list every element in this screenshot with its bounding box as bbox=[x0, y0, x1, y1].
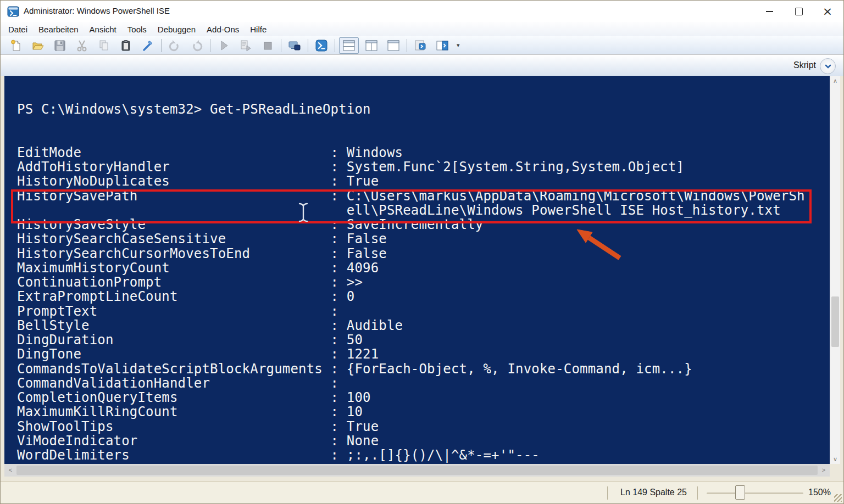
open-button[interactable] bbox=[27, 37, 49, 54]
scroll-up-icon[interactable]: ∧ bbox=[830, 76, 840, 86]
wrench-button[interactable] bbox=[137, 37, 159, 54]
copy-button[interactable] bbox=[93, 37, 115, 54]
layout-script-max-button[interactable] bbox=[382, 37, 404, 54]
toolbar-separator bbox=[281, 39, 281, 52]
vertical-scroll-thumb[interactable] bbox=[831, 296, 839, 347]
scroll-down-icon[interactable]: ∨ bbox=[830, 454, 840, 464]
script-pane-label: Skript bbox=[793, 60, 816, 70]
undo-button[interactable] bbox=[164, 37, 186, 54]
paste-clipboard-icon bbox=[119, 38, 133, 53]
save-button[interactable] bbox=[49, 37, 71, 54]
start-powershell-button[interactable] bbox=[310, 37, 332, 54]
script-pane-header: Skript bbox=[1, 55, 843, 76]
new-remote-powershell-tab-button[interactable] bbox=[284, 37, 306, 54]
toolbar-separator bbox=[308, 39, 308, 52]
show-powershell-pane-icon bbox=[435, 38, 449, 53]
open-folder-icon bbox=[31, 38, 45, 53]
horizontal-scroll-thumb[interactable] bbox=[16, 466, 818, 475]
close-button[interactable]: × bbox=[815, 1, 840, 22]
wrench-icon bbox=[141, 38, 155, 53]
redo-button[interactable] bbox=[186, 37, 208, 54]
toolbar: ▾ bbox=[1, 36, 843, 55]
layout-script-top-icon bbox=[342, 38, 356, 53]
new-remote-powershell-tab-icon bbox=[287, 38, 302, 53]
start-powershell-icon bbox=[314, 38, 329, 53]
menu-bearbeiten[interactable]: Bearbeiten bbox=[33, 23, 84, 36]
run-selection-button[interactable] bbox=[235, 37, 257, 54]
script-pane-expand-button[interactable] bbox=[820, 58, 836, 74]
minimize-button[interactable] bbox=[757, 1, 782, 22]
statusbar-separator bbox=[697, 486, 698, 500]
chevron-down-icon bbox=[823, 61, 833, 71]
zoom-level-label: 150% bbox=[808, 488, 831, 497]
menu-bar: DateiBearbeitenAnsichtToolsDebuggenAdd-O… bbox=[1, 22, 843, 36]
toolbar-overflow-icon[interactable]: ▾ bbox=[457, 42, 460, 49]
toolbar-separator bbox=[210, 39, 210, 52]
cut-scissors-icon bbox=[75, 38, 89, 53]
resize-grip[interactable] bbox=[834, 494, 842, 502]
console-pane[interactable]: PS C:\Windows\system32> Get-PSReadLineOp… bbox=[4, 76, 830, 464]
layout-script-right-button[interactable] bbox=[360, 37, 382, 54]
menu-datei[interactable]: Datei bbox=[3, 23, 33, 36]
maximize-icon bbox=[795, 8, 803, 15]
powershell-ise-app-icon bbox=[7, 5, 19, 18]
layout-script-max-icon bbox=[386, 38, 401, 53]
window-title: Administrator: Windows PowerShell ISE bbox=[24, 6, 170, 15]
zoom-slider-thumb[interactable] bbox=[735, 485, 745, 500]
toolbar-separator bbox=[407, 39, 407, 52]
menu-ansicht[interactable]: Ansicht bbox=[84, 23, 122, 36]
new-powershell-tab-icon bbox=[413, 38, 427, 53]
close-icon: × bbox=[823, 5, 832, 18]
stop-button[interactable] bbox=[257, 37, 279, 54]
maximize-button[interactable] bbox=[786, 1, 812, 22]
title-bar: Administrator: Windows PowerShell ISE × bbox=[1, 1, 843, 22]
run-script-icon bbox=[216, 38, 231, 53]
save-icon bbox=[53, 38, 67, 53]
redo-icon bbox=[190, 38, 204, 53]
paste-button[interactable] bbox=[115, 37, 137, 54]
console-output[interactable]: PS C:\Windows\system32> Get-PSReadLineOp… bbox=[4, 76, 830, 464]
scroll-right-icon[interactable]: > bbox=[819, 464, 829, 477]
cut-button[interactable] bbox=[71, 37, 93, 54]
cursor-position-label: Ln 149 Spalte 25 bbox=[620, 488, 687, 497]
toolbar-separator bbox=[335, 39, 335, 52]
menu-addons[interactable]: Add-Ons bbox=[201, 23, 245, 36]
zoom-slider[interactable] bbox=[707, 492, 803, 494]
new-powershell-tab-button[interactable] bbox=[409, 37, 431, 54]
run-script-button[interactable] bbox=[213, 37, 235, 54]
scroll-left-icon[interactable]: < bbox=[5, 464, 15, 477]
menu-debuggen[interactable]: Debuggen bbox=[152, 23, 201, 36]
statusbar-separator bbox=[607, 486, 608, 500]
menu-hilfe[interactable]: Hilfe bbox=[245, 23, 272, 36]
vertical-scrollbar[interactable]: ∧ ∨ bbox=[830, 76, 840, 464]
new-script-icon bbox=[9, 38, 23, 53]
stop-icon bbox=[260, 38, 275, 53]
minimize-icon bbox=[766, 11, 773, 12]
horizontal-scrollbar[interactable]: < > bbox=[4, 464, 830, 477]
undo-icon bbox=[168, 38, 182, 53]
show-powershell-pane-button[interactable] bbox=[431, 37, 453, 54]
menu-tools[interactable]: Tools bbox=[122, 23, 152, 36]
copy-icon bbox=[97, 38, 111, 53]
toolbar-separator bbox=[161, 39, 162, 52]
layout-script-right-icon bbox=[364, 38, 379, 53]
layout-script-top-button[interactable] bbox=[339, 37, 359, 54]
new-script-button[interactable] bbox=[5, 37, 27, 54]
run-selection-icon bbox=[238, 38, 253, 53]
